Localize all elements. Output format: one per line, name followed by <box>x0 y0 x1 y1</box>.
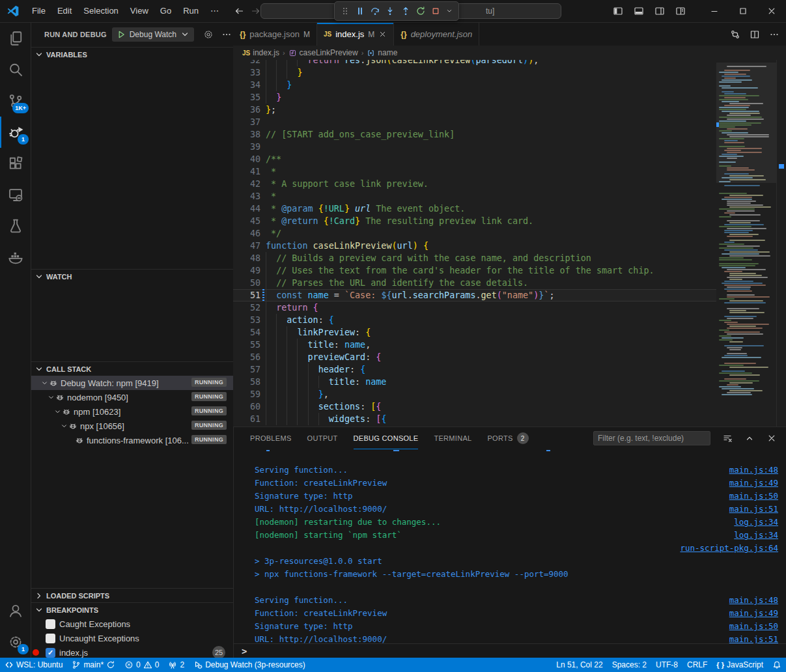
activity-explorer[interactable] <box>0 23 31 54</box>
code-line-50[interactable]: 50 // Parses the URL and identify the ca… <box>233 277 716 289</box>
minimap[interactable] <box>716 60 776 427</box>
panel-tab-debug-console[interactable]: DEBUG CONSOLE <box>354 427 419 449</box>
line-number[interactable]: 34 <box>233 79 260 91</box>
restart-icon[interactable] <box>415 6 426 16</box>
panel-tab-output[interactable]: OUTPUT <box>307 427 338 449</box>
line-number[interactable]: 43 <box>233 190 260 203</box>
stop-icon[interactable] <box>430 6 441 16</box>
source-link[interactable]: log.js:34 <box>734 516 786 529</box>
code-line-51[interactable]: 51 const name = `Case: ${url.searchParam… <box>233 289 716 301</box>
tab-index.js[interactable]: JSindex.jsM <box>317 23 394 46</box>
line-number[interactable]: 58 <box>233 376 260 388</box>
status-cursor-position[interactable]: Ln 51, Col 22 <box>552 658 607 672</box>
minimize-button[interactable] <box>700 0 729 22</box>
breakpoint-checkbox[interactable] <box>46 634 55 643</box>
call-stack-row[interactable]: npm [10623]RUNNING <box>31 404 233 419</box>
code-line-36[interactable]: 36}; <box>233 104 716 116</box>
chevron-up-icon[interactable] <box>744 433 755 443</box>
code-line-55[interactable]: 55 title: name, <box>233 339 716 351</box>
code-line-57[interactable]: 57 header: { <box>233 363 716 376</box>
code-editor[interactable]: 32 return res.json(caseLinkPreview(parse… <box>233 60 716 427</box>
status-problems[interactable]: 00 <box>120 658 163 672</box>
source-link[interactable]: main.js:50 <box>729 620 786 633</box>
source-link[interactable]: main.js:49 <box>729 477 786 490</box>
code-line-54[interactable]: 54 linkPreview: { <box>233 326 716 339</box>
activity-docker[interactable] <box>0 242 31 273</box>
line-number[interactable]: 52 <box>233 301 260 314</box>
split-editor-icon[interactable] <box>750 29 760 40</box>
line-number[interactable]: 59 <box>233 388 260 400</box>
section-watch[interactable]: WATCH <box>31 269 233 283</box>
code-line-58[interactable]: 58 title: name <box>233 376 716 388</box>
status-encoding[interactable]: UTF-8 <box>651 658 682 672</box>
breakpoint-row[interactable]: Caught Exceptions <box>31 617 233 631</box>
call-stack-row[interactable]: Debug Watch: npm [9419]RUNNING <box>31 376 233 390</box>
line-number[interactable]: 49 <box>233 264 260 277</box>
code-line-41[interactable]: 41 * <box>233 165 716 178</box>
layout-secondary-icon[interactable] <box>654 6 665 16</box>
status-remote-indicator[interactable]: WSL: Ubuntu <box>0 658 67 672</box>
close-button[interactable] <box>757 0 786 22</box>
chevron-down-icon[interactable] <box>445 7 453 15</box>
step-into-icon[interactable] <box>385 6 395 16</box>
menu-view[interactable]: View <box>124 3 154 19</box>
menu-file[interactable]: File <box>26 3 51 19</box>
back-arrow-icon[interactable] <box>234 6 244 16</box>
code-line-43[interactable]: 43 * <box>233 190 716 203</box>
line-number[interactable]: 48 <box>233 252 260 264</box>
activity-testing[interactable] <box>0 210 31 242</box>
filter-clear-icon[interactable] <box>722 433 733 443</box>
line-number[interactable]: 33 <box>233 66 260 79</box>
overview-ruler[interactable] <box>776 60 786 427</box>
console-filter-input[interactable] <box>593 431 710 445</box>
debug-console[interactable]: Serving function...main.js:48Function: c… <box>234 450 786 643</box>
code-line-39[interactable]: 39 <box>233 141 716 153</box>
code-line-38[interactable]: 38// [START add_ons_case_preview_link] <box>233 128 716 141</box>
source-link[interactable]: log.js:34 <box>734 529 786 542</box>
debug-console-input[interactable]: > <box>234 643 786 658</box>
tab-deployment.json[interactable]: {}deployment.json <box>394 23 479 46</box>
line-number[interactable]: 51 <box>233 289 260 301</box>
call-stack-row[interactable]: functions-framework [106...RUNNING <box>31 433 233 447</box>
status-eol[interactable]: CRLF <box>682 658 712 672</box>
line-number[interactable]: 39 <box>233 141 260 153</box>
menu-go[interactable]: Go <box>154 3 177 19</box>
breadcrumb-item-name[interactable]: name <box>367 48 397 57</box>
activity-extensions[interactable] <box>0 148 31 179</box>
line-number[interactable]: 55 <box>233 339 260 351</box>
breakpoint-row[interactable]: Uncaught Exceptions <box>31 631 233 645</box>
breadcrumb-item-index.js[interactable]: JSindex.js <box>242 48 279 57</box>
section-call-stack[interactable]: CALL STACK <box>31 361 233 376</box>
status-indentation[interactable]: Spaces: 2 <box>608 658 651 672</box>
layout-panel-icon[interactable] <box>634 6 644 16</box>
source-link[interactable]: run-script-pkg.js:64 <box>680 542 786 555</box>
more-icon[interactable] <box>769 29 779 40</box>
activity-run-and-debug[interactable]: 1 <box>0 117 31 148</box>
code-line-49[interactable]: 49 // Uses the text from the card's head… <box>233 264 716 277</box>
launch-config-dropdown[interactable]: Debug Watch <box>112 27 194 42</box>
layout-customize-icon[interactable] <box>675 6 686 16</box>
line-number[interactable]: 54 <box>233 326 260 339</box>
code-line-48[interactable]: 48 // Builds a preview card with the cas… <box>233 252 716 264</box>
breadcrumb-item-caseLinkPreview[interactable]: caseLinkPreview <box>288 48 358 57</box>
line-number[interactable]: 42 <box>233 178 260 190</box>
code-line-37[interactable]: 37 <box>233 116 716 128</box>
gripper-icon[interactable] <box>340 6 350 16</box>
breakpoint-checkbox[interactable] <box>46 619 55 629</box>
panel-tab-ports[interactable]: PORTS2 <box>487 427 528 449</box>
code-line-59[interactable]: 59 }, <box>233 388 716 400</box>
code-line-33[interactable]: 33 } <box>233 66 716 79</box>
line-number[interactable]: 41 <box>233 165 260 178</box>
code-line-42[interactable]: 42 * A support case link preview. <box>233 178 716 190</box>
line-number[interactable]: 46 <box>233 227 260 240</box>
panel-tab-terminal[interactable]: TERMINAL <box>434 427 471 449</box>
section-breakpoints[interactable]: BREAKPOINTS <box>31 602 233 617</box>
status-git-branch[interactable]: main* <box>67 658 120 672</box>
status-language-mode[interactable]: { }JavaScript <box>712 658 768 672</box>
code-line-47[interactable]: 47function caseLinkPreview(url) { <box>233 240 716 252</box>
line-number[interactable]: 61 <box>233 413 260 425</box>
close-icon[interactable] <box>766 433 777 443</box>
source-link[interactable]: main.js:51 <box>729 633 786 643</box>
line-number[interactable]: 36 <box>233 104 260 116</box>
line-number[interactable]: 57 <box>233 363 260 376</box>
